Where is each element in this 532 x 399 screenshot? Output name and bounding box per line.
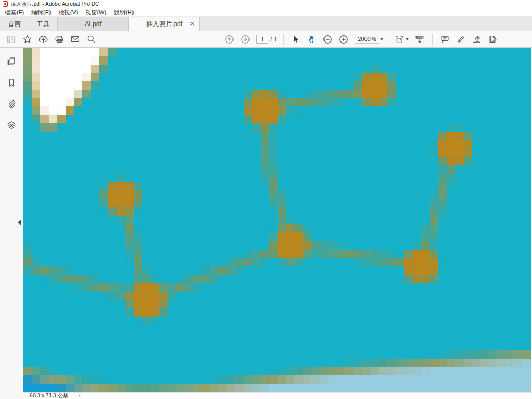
zoom-out-icon[interactable]: [320, 32, 336, 46]
main-toolbar: / 1 2000% ▾ ▾: [0, 31, 532, 48]
toolbar-divider: [432, 34, 433, 45]
toolbar-right-group: ▾: [392, 31, 501, 47]
page-fit-icon[interactable]: ▾: [392, 32, 412, 46]
status-expand-icon[interactable]: ‹: [79, 393, 80, 398]
tab-bar: 首頁 工具 AI.pdf 插入照片.pdf ×: [0, 16, 532, 31]
navigation-sidebar: [0, 48, 23, 399]
page-dimensions-label: 68.3 x 71.3 公釐: [30, 392, 68, 399]
page-total-label: / 1: [270, 36, 277, 43]
tab-doc-current-label: 插入照片.pdf: [146, 20, 182, 29]
search-icon[interactable]: [83, 32, 99, 46]
page-up-icon[interactable]: [221, 32, 237, 46]
sidebar-collapse-icon[interactable]: [18, 220, 21, 225]
pdf-page-canvas[interactable]: [23, 48, 531, 392]
toolbar-divider: [283, 34, 284, 45]
document-content: 68.3 x 71.3 公釐 ‹: [23, 48, 532, 399]
hand-tool-icon[interactable]: [304, 32, 320, 46]
tab-doc-ai[interactable]: AI.pdf: [57, 17, 129, 31]
zoom-dropdown-icon[interactable]: ▾: [381, 37, 383, 41]
email-icon[interactable]: [67, 32, 83, 46]
close-tab-icon[interactable]: ×: [190, 20, 194, 27]
bookmarks-icon[interactable]: [5, 76, 19, 89]
page-fit-dropdown-icon[interactable]: ▾: [406, 37, 408, 41]
tab-home[interactable]: 首頁: [0, 17, 29, 31]
star-icon[interactable]: [19, 32, 35, 46]
save-icon[interactable]: [3, 32, 19, 46]
page-number-input[interactable]: [256, 35, 268, 44]
zoom-level-value[interactable]: 2000%: [355, 35, 378, 44]
page-thumbnails-icon[interactable]: [5, 55, 19, 68]
menu-item-file[interactable]: 檔案(F): [1, 9, 28, 16]
attachments-icon[interactable]: [5, 97, 19, 110]
menu-item-edit[interactable]: 編輯(E): [28, 9, 55, 16]
layers-icon[interactable]: [5, 119, 19, 131]
fill-sign-icon[interactable]: [469, 32, 485, 46]
window-title: 插入照片.pdf - Adobe Acrobat Pro DC: [11, 1, 99, 8]
acrobat-logo-icon: [3, 1, 8, 7]
menu-item-window[interactable]: 視窗(W): [81, 9, 110, 16]
toolbar-left-group: [3, 31, 99, 47]
menu-bar: 檔案(F) 編輯(E) 檢視(V) 視窗(W) 說明(H): [0, 8, 532, 16]
print-icon[interactable]: [51, 32, 67, 46]
edit-pdf-icon[interactable]: [485, 32, 501, 46]
comment-icon[interactable]: [437, 32, 453, 46]
zoom-in-icon[interactable]: [336, 32, 352, 46]
status-bar: 68.3 x 71.3 公釐 ‹: [23, 392, 532, 399]
main-area: 68.3 x 71.3 公釐 ‹: [0, 48, 532, 399]
pointer-icon[interactable]: [288, 32, 304, 46]
hide-toolbar-icon[interactable]: [412, 32, 428, 46]
toolbar-center-group: / 1 2000% ▾: [221, 31, 383, 47]
highlight-icon[interactable]: [453, 32, 469, 46]
tab-doc-current[interactable]: 插入照片.pdf ×: [129, 17, 200, 31]
tab-tools[interactable]: 工具: [29, 17, 57, 31]
menu-item-view[interactable]: 檢視(V): [55, 9, 82, 16]
tab-doc-ai-label: AI.pdf: [85, 20, 101, 28]
window-titlebar: 插入照片.pdf - Adobe Acrobat Pro DC: [0, 0, 532, 8]
menu-item-help[interactable]: 說明(H): [110, 9, 137, 16]
page-down-icon[interactable]: [237, 32, 253, 46]
share-upload-icon[interactable]: [35, 32, 51, 46]
